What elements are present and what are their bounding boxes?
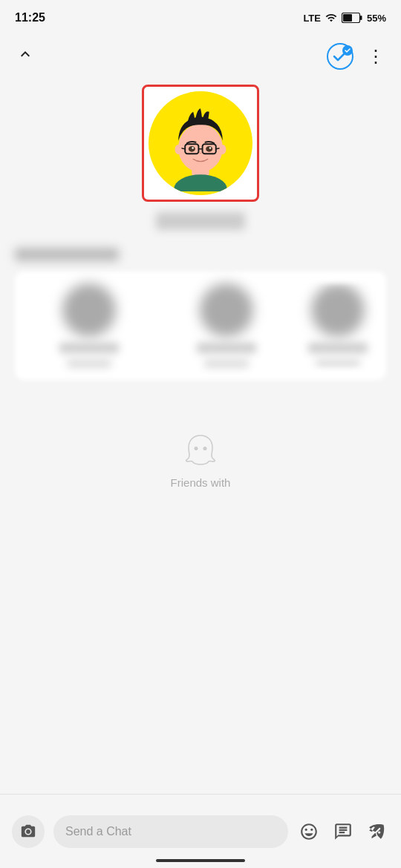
quick-add-button[interactable] [365, 820, 389, 844]
emoji-icon [299, 822, 319, 841]
camera-icon [20, 823, 36, 840]
friend-card [24, 283, 155, 368]
svg-point-20 [219, 145, 226, 154]
friend-sub [67, 359, 111, 368]
svg-point-16 [206, 146, 212, 152]
chat-input[interactable]: Send a Chat [53, 815, 288, 848]
friends-label-blurred [15, 248, 119, 261]
bottom-bar: Send a Chat [0, 794, 401, 868]
battery-label: 55% [367, 13, 386, 24]
friend-card [299, 283, 377, 368]
more-options-button[interactable]: ⋮ [367, 46, 385, 67]
friend-avatar [200, 283, 253, 337]
friend-name [308, 343, 368, 353]
camera-button[interactable] [12, 815, 45, 848]
friends-section [0, 248, 401, 402]
svg-point-22 [203, 447, 206, 450]
svg-rect-2 [360, 16, 362, 20]
signal-icon [325, 12, 337, 24]
svg-point-15 [189, 146, 195, 152]
rocket-icon [368, 822, 387, 841]
snapchat-ghost-icon [182, 432, 219, 469]
bottom-icons [297, 820, 389, 844]
home-indicator [156, 859, 245, 862]
verify-icon-button[interactable] [327, 43, 353, 70]
svg-point-19 [175, 145, 182, 154]
emoji-button[interactable] [297, 820, 321, 844]
stickers-icon [333, 822, 353, 841]
friend-sub [316, 359, 360, 368]
signal-label: LTE [303, 13, 321, 24]
avatar-highlight-box[interactable] [142, 85, 259, 202]
ghost-area: Friends with [171, 432, 231, 489]
nav-right: ⋮ [327, 43, 385, 70]
avatar-circle [149, 91, 252, 195]
friends-with-label: Friends with [171, 476, 231, 489]
svg-point-17 [192, 147, 194, 149]
friend-card [161, 283, 293, 368]
friend-name [197, 343, 256, 353]
stickers-button[interactable] [331, 820, 355, 844]
friend-avatar [62, 283, 116, 337]
main-content: Friends with [0, 77, 401, 501]
friends-row [15, 272, 386, 380]
bitmoji-avatar [152, 95, 249, 191]
status-icons: LTE 55% [303, 12, 386, 24]
battery-icon [342, 13, 362, 23]
friend-avatar [311, 283, 365, 337]
status-time: 11:25 [15, 11, 45, 24]
svg-point-21 [194, 447, 198, 450]
chat-input-placeholder: Send a Chat [65, 825, 131, 838]
top-nav: ⋮ [0, 36, 401, 77]
back-chevron[interactable] [16, 45, 34, 68]
friend-name [59, 343, 119, 353]
status-bar: 11:25 LTE 55% [0, 0, 401, 36]
svg-point-18 [209, 147, 212, 149]
svg-rect-1 [343, 14, 352, 22]
friend-sub [204, 359, 249, 368]
username-blurred [156, 212, 245, 230]
